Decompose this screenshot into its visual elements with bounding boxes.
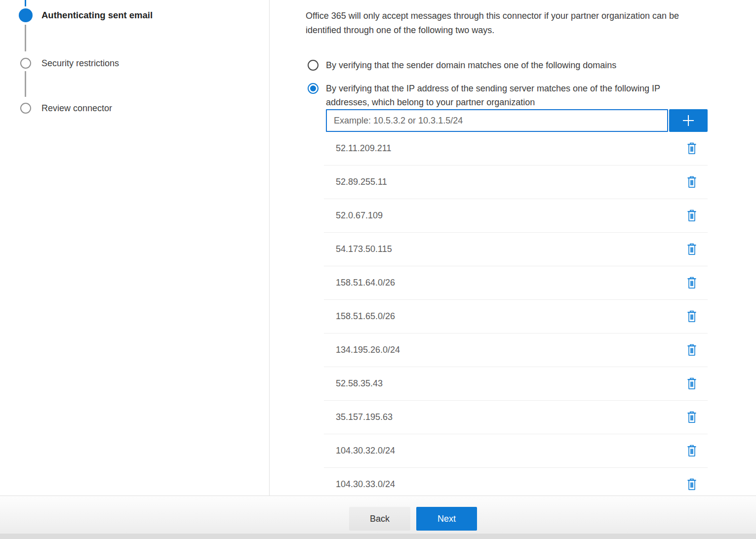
trash-icon — [686, 310, 698, 323]
stepper-line-completed — [25, 0, 26, 6]
back-button[interactable]: Back — [349, 507, 410, 531]
ip-value: 104.30.33.0/24 — [324, 479, 685, 490]
option-label: By verifying that the sender domain matc… — [326, 58, 616, 72]
step-content: Office 365 will only accept messages thr… — [306, 0, 756, 496]
delete-ip-button[interactable] — [685, 175, 699, 190]
plus-icon — [681, 113, 696, 128]
delete-ip-button[interactable] — [685, 343, 699, 358]
delete-ip-button[interactable] — [685, 141, 699, 156]
trash-icon — [686, 377, 698, 390]
ip-value: 104.30.32.0/24 — [324, 446, 685, 456]
next-button[interactable]: Next — [416, 507, 477, 531]
ip-value: 35.157.195.63 — [324, 412, 685, 422]
step-upcoming-dot-icon — [20, 58, 31, 69]
step-upcoming-dot-icon — [20, 103, 31, 114]
option-sender-domain[interactable]: By verifying that the sender domain matc… — [308, 58, 616, 72]
delete-ip-button[interactable] — [685, 477, 699, 492]
ip-value: 158.51.64.0/26 — [324, 278, 685, 288]
ip-list-row: 104.30.32.0/24 — [324, 434, 708, 468]
delete-ip-button[interactable] — [685, 208, 699, 223]
wizard-step-security-restrictions[interactable]: Security restrictions — [20, 56, 119, 70]
delete-ip-button[interactable] — [685, 276, 699, 290]
option-ip-address[interactable]: By verifying that the IP address of the … — [308, 82, 660, 109]
trash-icon — [686, 343, 698, 357]
ip-list-row: 134.195.26.0/24 — [324, 333, 708, 367]
add-ip-button[interactable] — [669, 109, 708, 132]
stepper-connector-line — [25, 71, 26, 97]
wizard-steps-sidebar: Authenticating sent email Security restr… — [0, 0, 270, 496]
trash-icon — [686, 243, 698, 256]
ip-address-input[interactable] — [326, 109, 668, 132]
ip-value: 52.0.67.109 — [324, 210, 685, 221]
stepper-connector-line — [25, 25, 26, 51]
trash-icon — [686, 142, 698, 155]
step-label: Review connector — [41, 101, 112, 115]
ip-list-row: 104.30.33.0/24 — [324, 468, 708, 496]
delete-ip-button[interactable] — [685, 376, 699, 391]
radio-unselected-icon[interactable] — [308, 60, 318, 71]
wizard-step-review-connector[interactable]: Review connector — [20, 101, 112, 115]
ip-list-row: 52.58.35.43 — [324, 367, 708, 401]
description-line: Office 365 will only accept messages thr… — [306, 11, 679, 21]
ip-list-row: 52.0.67.109 — [324, 199, 708, 233]
ip-list-row: 54.173.50.115 — [324, 233, 708, 266]
ip-list-row: 158.51.65.0/26 — [324, 300, 708, 333]
trash-icon — [686, 478, 698, 491]
ip-list-row: 52.89.255.11 — [324, 166, 708, 199]
ip-list-row: 35.157.195.63 — [324, 401, 708, 434]
delete-ip-button[interactable] — [685, 410, 699, 425]
delete-ip-button[interactable] — [685, 242, 699, 257]
bottom-strip — [0, 534, 756, 539]
ip-value: 52.58.35.43 — [324, 378, 685, 389]
connector-wizard-page: Authenticating sent email Security restr… — [0, 0, 756, 539]
step-label: Security restrictions — [41, 56, 119, 70]
step-label: Authenticating sent email — [41, 8, 153, 22]
ip-value: 54.173.50.115 — [324, 244, 685, 254]
trash-icon — [686, 276, 698, 290]
ip-value: 158.51.65.0/26 — [324, 311, 685, 322]
ip-input-row — [326, 109, 708, 132]
radio-selected-icon[interactable] — [308, 83, 318, 94]
description-line: identified through one of the following … — [306, 25, 494, 35]
trash-icon — [686, 444, 698, 457]
trash-icon — [686, 411, 698, 424]
wizard-footer: Back Next — [0, 496, 756, 539]
ip-value: 52.11.209.211 — [324, 143, 685, 154]
step-description: Office 365 will only accept messages thr… — [306, 9, 756, 38]
trash-icon — [686, 209, 698, 222]
ip-list-row: 158.51.64.0/26 — [324, 266, 708, 300]
option-label: By verifying that the IP address of the … — [326, 82, 660, 109]
delete-ip-button[interactable] — [685, 444, 699, 458]
ip-list-row: 52.11.209.211 — [324, 132, 708, 166]
wizard-step-authenticating-sent-email[interactable]: Authenticating sent email — [19, 8, 153, 22]
step-current-dot-icon — [19, 8, 33, 22]
ip-address-list: 52.11.209.211 52.89.255.11 — [324, 132, 708, 496]
ip-value: 52.89.255.11 — [324, 177, 685, 187]
trash-icon — [686, 175, 698, 189]
ip-value: 134.195.26.0/24 — [324, 345, 685, 355]
delete-ip-button[interactable] — [685, 309, 699, 324]
